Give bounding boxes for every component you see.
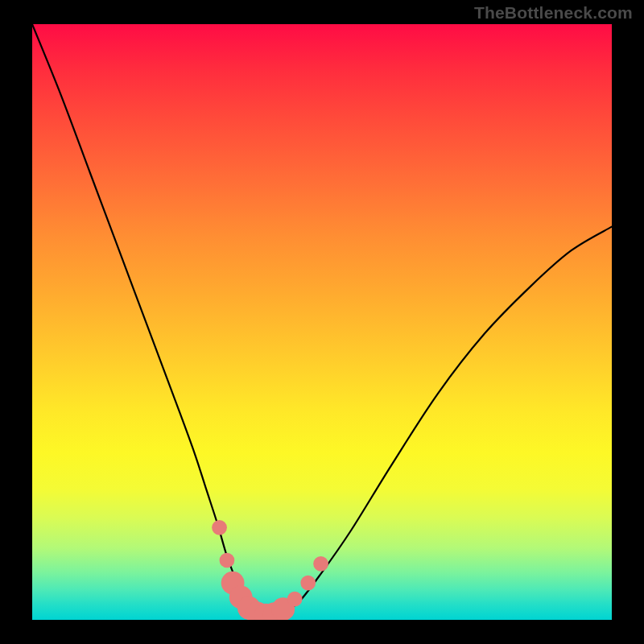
plot-area [32,24,612,620]
chart-frame: TheBottleneck.com [0,0,644,644]
chart-svg-layer [32,24,612,620]
marker-point [287,592,303,607]
marker-point [212,520,227,535]
bottleneck-curve [32,24,612,620]
marker-point [300,576,316,591]
watermark-text: TheBottleneck.com [474,3,633,23]
marker-point [220,553,235,568]
highlight-markers [212,520,328,620]
marker-point [313,556,328,572]
